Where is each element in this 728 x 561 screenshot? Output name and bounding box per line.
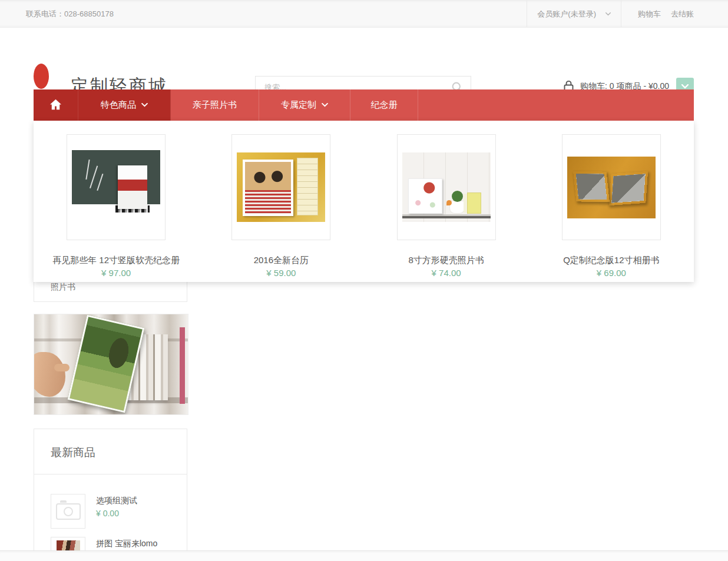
member-account-dropdown[interactable]: 会员账户(未登录) — [527, 1, 621, 27]
product-name-link[interactable]: 再见那些年 12寸竖版软壳纪念册 — [34, 254, 198, 266]
product-name-link[interactable]: 2016全新台历 — [198, 254, 363, 266]
art-shape — [180, 327, 185, 404]
product-price: ¥ 97.00 — [34, 268, 198, 278]
dropdown-product: 再见那些年 12寸竖版软壳纪念册 ¥ 97.00 — [34, 134, 198, 282]
product-image-link[interactable] — [231, 134, 330, 240]
product-image-link[interactable] — [67, 134, 166, 240]
header: 定制轻商城 购物车: 0 项商品 - ¥0.00 — [0, 28, 728, 89]
art-shape — [608, 170, 648, 205]
caret-down-icon — [605, 12, 611, 16]
sidebar-banner-image[interactable] — [34, 314, 188, 415]
product-name-link[interactable]: 选项组测试 — [96, 495, 137, 506]
cart-top-link[interactable]: 购物车 — [638, 9, 661, 19]
featured-products-dropdown: 再见那些年 12寸竖版软壳纪念册 ¥ 97.00 2016全新台历 ¥ 59.0… — [34, 121, 694, 282]
product-info: 选项组测试 ¥ 0.00 — [96, 494, 137, 529]
product-photo — [567, 157, 656, 218]
dropdown-product: Q定制纪念版12寸相册书 ¥ 69.00 — [529, 134, 694, 282]
main-nav: 特色商品 亲子照片书 专属定制 纪念册 — [34, 89, 694, 121]
nav-item-parent-child-photobook[interactable]: 亲子照片书 — [171, 89, 259, 121]
product-price: ¥ 69.00 — [529, 268, 694, 278]
nav-item-label: 纪念册 — [371, 99, 398, 111]
member-account-label: 会员账户(未登录) — [537, 9, 596, 19]
product-thumbnail[interactable] — [51, 494, 85, 529]
latest-product-item[interactable]: 选项组测试 ¥ 0.00 — [51, 494, 176, 529]
chevron-down-icon — [322, 103, 328, 107]
product-image-link[interactable] — [562, 134, 661, 240]
contact-phone: 联系电话：028-68850178 — [0, 9, 114, 19]
viewport-bottom-strip — [0, 550, 728, 561]
checkout-top-link[interactable]: 去结账 — [671, 9, 694, 19]
nav-home[interactable] — [34, 89, 78, 121]
topbar: 联系电话：028-68850178 会员账户(未登录) 购物车 去结账 — [0, 0, 728, 28]
dropdown-product: 2016全新台历 ¥ 59.00 — [198, 134, 363, 282]
product-name-link[interactable]: Q定制纪念版12寸相册书 — [529, 254, 694, 266]
topbar-links: 会员账户(未登录) 购物车 去结账 — [527, 1, 728, 27]
art-shape — [573, 170, 610, 203]
product-photo — [402, 152, 491, 222]
chevron-down-icon — [141, 103, 148, 107]
latest-products-heading: 最新商品 — [34, 429, 187, 460]
nav-item-label: 特色商品 — [101, 99, 136, 111]
nav-item-exclusive-custom[interactable]: 专属定制 — [259, 89, 350, 121]
art-shape — [34, 352, 65, 397]
product-price: ¥ 74.00 — [364, 268, 529, 278]
product-name-link[interactable]: 8寸方形硬壳照片书 — [364, 254, 529, 266]
product-price: ¥ 0.00 — [96, 509, 137, 518]
art-shape — [449, 201, 465, 214]
nav-item-label: 亲子照片书 — [193, 99, 237, 111]
product-price: ¥ 59.00 — [198, 268, 363, 278]
nav-item-featured[interactable]: 特色商品 — [78, 89, 171, 121]
product-photo — [72, 150, 160, 225]
nav-item-memorial-album[interactable]: 纪念册 — [350, 89, 418, 121]
product-photo — [237, 152, 325, 222]
latest-products-list: 选项组测试 ¥ 0.00 拼图 宝丽来lomo — [34, 474, 187, 561]
product-name-link[interactable]: 拼图 宝丽来lomo — [96, 538, 157, 549]
category-item-photobook[interactable]: 照片书 — [51, 282, 75, 293]
art-shape — [467, 192, 481, 214]
dropdown-product: 8寸方形硬壳照片书 ¥ 74.00 — [364, 134, 529, 282]
nav-item-label: 专属定制 — [281, 99, 316, 111]
home-icon — [49, 99, 62, 112]
art-shape — [85, 160, 90, 180]
product-image-link[interactable] — [397, 134, 496, 240]
camera-placeholder-icon — [56, 503, 81, 520]
art-shape — [115, 205, 150, 213]
latest-products-box: 最新商品 选项组测试 ¥ 0.00 拼图 宝丽来lomo — [34, 429, 187, 561]
art-shape — [408, 178, 442, 214]
